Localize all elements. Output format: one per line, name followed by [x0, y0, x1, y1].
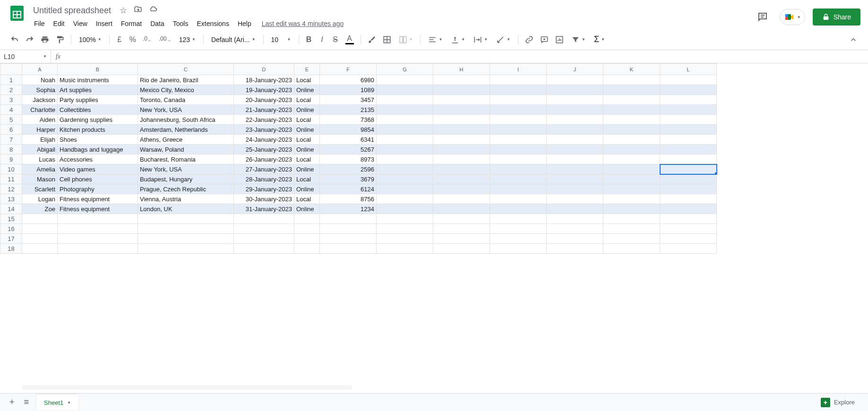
cell-I16[interactable]	[490, 224, 547, 234]
redo-button[interactable]	[23, 33, 37, 47]
cell-G1[interactable]	[377, 75, 433, 85]
row-header-13[interactable]: 13	[0, 194, 22, 204]
cell-H7[interactable]	[433, 135, 490, 145]
cell-C1[interactable]: Rio de Janeiro, Brazil	[138, 75, 234, 85]
cell-C4[interactable]: New York, USA	[138, 105, 234, 115]
cell-L15[interactable]	[660, 214, 717, 224]
cell-H9[interactable]	[433, 154, 490, 164]
cell-I11[interactable]	[490, 174, 547, 184]
cell-I17[interactable]	[490, 234, 547, 244]
cell-K8[interactable]	[603, 145, 660, 154]
cell-G9[interactable]	[377, 154, 433, 164]
cell-A12[interactable]: Scarlett	[22, 184, 58, 194]
row-header-14[interactable]: 14	[0, 204, 22, 214]
cell-E6[interactable]: Online	[294, 125, 320, 135]
cell-H5[interactable]	[433, 115, 490, 125]
row-header-16[interactable]: 16	[0, 224, 22, 234]
cell-K18[interactable]	[603, 244, 660, 254]
cell-D7[interactable]: 24-January-2023	[234, 135, 294, 145]
cell-C7[interactable]: Athens, Greece	[138, 135, 234, 145]
cell-D18[interactable]	[234, 244, 294, 254]
cell-K1[interactable]	[603, 75, 660, 85]
cell-G4[interactable]	[377, 105, 433, 115]
borders-button[interactable]	[380, 33, 394, 47]
cloud-status-icon[interactable]	[149, 5, 157, 16]
cell-B16[interactable]	[58, 224, 138, 234]
cell-J2[interactable]	[547, 85, 603, 95]
cell-B10[interactable]: Video games	[58, 164, 138, 174]
cell-K12[interactable]	[603, 184, 660, 194]
cell-C6[interactable]: Amsterdam, Netherlands	[138, 125, 234, 135]
font-select[interactable]: Default (Ari...▼	[207, 34, 259, 45]
cell-H17[interactable]	[433, 234, 490, 244]
format-123-button[interactable]: 123▼	[175, 34, 199, 45]
move-icon[interactable]	[134, 5, 142, 16]
comment-button[interactable]	[537, 33, 551, 47]
cell-L2[interactable]	[660, 85, 717, 95]
functions-button[interactable]: Σ▼	[590, 33, 609, 46]
cell-L10[interactable]	[660, 164, 717, 174]
cell-J10[interactable]	[547, 164, 603, 174]
cell-H3[interactable]	[433, 95, 490, 105]
cell-A15[interactable]	[22, 214, 58, 224]
cell-K3[interactable]	[603, 95, 660, 105]
cell-E4[interactable]: Online	[294, 105, 320, 115]
cell-K2[interactable]	[603, 85, 660, 95]
chart-button[interactable]	[552, 33, 567, 47]
cell-K10[interactable]	[603, 164, 660, 174]
cell-H16[interactable]	[433, 224, 490, 234]
cell-H15[interactable]	[433, 214, 490, 224]
row-header-6[interactable]: 6	[0, 125, 22, 135]
cell-J6[interactable]	[547, 125, 603, 135]
cell-G11[interactable]	[377, 174, 433, 184]
cell-K16[interactable]	[603, 224, 660, 234]
paint-format-button[interactable]	[53, 33, 67, 47]
cell-J17[interactable]	[547, 234, 603, 244]
cell-I10[interactable]	[490, 164, 547, 174]
expand-toolbar-button[interactable]	[846, 33, 860, 47]
cell-A2[interactable]: Sophia	[22, 85, 58, 95]
cell-H4[interactable]	[433, 105, 490, 115]
cell-F2[interactable]: 1089	[320, 85, 377, 95]
cell-D6[interactable]: 23-January-2023	[234, 125, 294, 135]
col-header-H[interactable]: H	[433, 64, 490, 75]
cell-K15[interactable]	[603, 214, 660, 224]
spreadsheet-grid[interactable]: ABCDEFGHIJKL1NoahMusic instrumentsRio de…	[0, 63, 717, 254]
undo-button[interactable]	[8, 33, 22, 47]
cell-I1[interactable]	[490, 75, 547, 85]
col-header-I[interactable]: I	[490, 64, 547, 75]
cell-J13[interactable]	[547, 194, 603, 204]
col-header-B[interactable]: B	[58, 64, 138, 75]
percent-button[interactable]: %	[127, 33, 139, 47]
cell-A18[interactable]	[22, 244, 58, 254]
menu-edit[interactable]: Edit	[50, 18, 69, 29]
cell-I15[interactable]	[490, 214, 547, 224]
row-header-9[interactable]: 9	[0, 154, 22, 164]
cell-L3[interactable]	[660, 95, 717, 105]
cell-H10[interactable]	[433, 164, 490, 174]
row-header-10[interactable]: 10	[0, 164, 22, 174]
cell-K4[interactable]	[603, 105, 660, 115]
select-all-corner[interactable]	[0, 64, 22, 75]
cell-J7[interactable]	[547, 135, 603, 145]
cell-E15[interactable]	[294, 214, 320, 224]
cell-F16[interactable]	[320, 224, 377, 234]
cell-E11[interactable]: Local	[294, 174, 320, 184]
cell-D4[interactable]: 21-January-2023	[234, 105, 294, 115]
cell-D17[interactable]	[234, 234, 294, 244]
col-header-A[interactable]: A	[22, 64, 58, 75]
cell-H13[interactable]	[433, 194, 490, 204]
cell-I12[interactable]	[490, 184, 547, 194]
cell-J3[interactable]	[547, 95, 603, 105]
cell-F8[interactable]: 5267	[320, 145, 377, 154]
cell-C17[interactable]	[138, 234, 234, 244]
cell-A5[interactable]: Aiden	[22, 115, 58, 125]
cell-H11[interactable]	[433, 174, 490, 184]
cell-C5[interactable]: Johannesburg, South Africa	[138, 115, 234, 125]
cell-E12[interactable]: Online	[294, 184, 320, 194]
cell-F11[interactable]: 3679	[320, 174, 377, 184]
cell-K9[interactable]	[603, 154, 660, 164]
fill-color-button[interactable]	[365, 33, 379, 47]
zoom-select[interactable]: 100%▼	[75, 34, 105, 45]
cell-D15[interactable]	[234, 214, 294, 224]
